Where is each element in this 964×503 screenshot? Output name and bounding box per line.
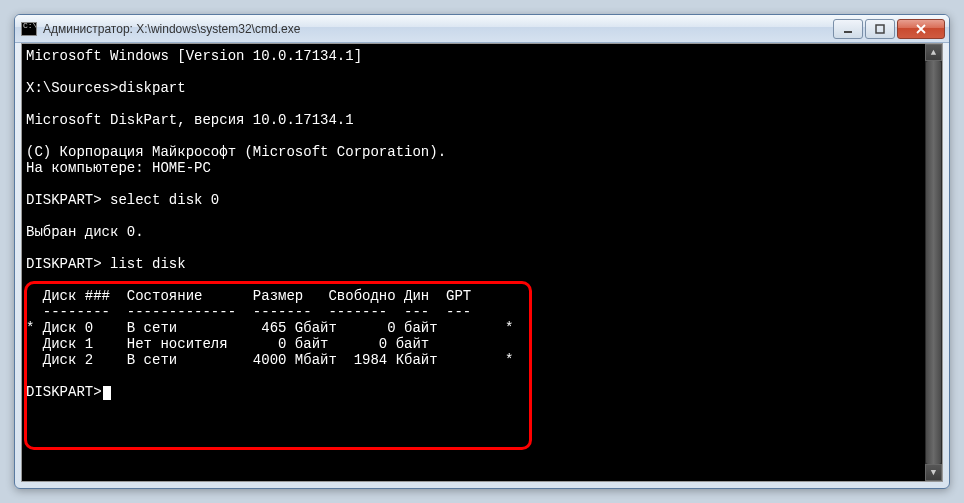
terminal-line: На компьютере: HOME-PC [26, 160, 211, 176]
scroll-up-button[interactable]: ▲ [925, 44, 942, 61]
titlebar[interactable]: C:\. Администратор: X:\windows\system32\… [15, 15, 949, 43]
svg-rect-1 [876, 25, 884, 33]
terminal-line: Диск ### Состояние Размер Свободно Дин G… [26, 288, 471, 304]
scroll-thumb[interactable] [926, 61, 941, 464]
terminal-line: (C) Корпорация Майкрософт (Microsoft Cor… [26, 144, 446, 160]
window-controls [833, 19, 945, 39]
maximize-button[interactable] [865, 19, 895, 39]
terminal-line: -------- ------------- ------- ------- -… [26, 304, 471, 320]
scroll-track[interactable] [925, 61, 942, 464]
terminal-line: X:\Sources>diskpart [26, 80, 186, 96]
cmd-window: C:\. Администратор: X:\windows\system32\… [14, 14, 950, 489]
svg-rect-0 [844, 31, 852, 33]
terminal-line: Microsoft Windows [Version 10.0.17134.1] [26, 48, 362, 64]
terminal-line: Выбран диск 0. [26, 224, 144, 240]
scrollbar[interactable]: ▲ ▼ [925, 44, 942, 481]
terminal-prompt: DISKPART> [26, 384, 102, 400]
terminal-line: Microsoft DiskPart, версия 10.0.17134.1 [26, 112, 354, 128]
cursor [103, 386, 111, 400]
terminal-line: Диск 1 Нет носителя 0 байт 0 байт [26, 336, 429, 352]
terminal-output[interactable]: Microsoft Windows [Version 10.0.17134.1]… [21, 43, 943, 482]
terminal-line: DISKPART> list disk [26, 256, 186, 272]
window-title: Администратор: X:\windows\system32\cmd.e… [43, 22, 833, 36]
terminal-line: * Диск 0 В сети 465 Gбайт 0 байт * [26, 320, 513, 336]
cmd-icon: C:\. [21, 22, 37, 36]
terminal-line: Диск 2 В сети 4000 Мбайт 1984 Кбайт * [26, 352, 513, 368]
minimize-button[interactable] [833, 19, 863, 39]
scroll-down-button[interactable]: ▼ [925, 464, 942, 481]
close-button[interactable] [897, 19, 945, 39]
terminal-line: DISKPART> select disk 0 [26, 192, 219, 208]
